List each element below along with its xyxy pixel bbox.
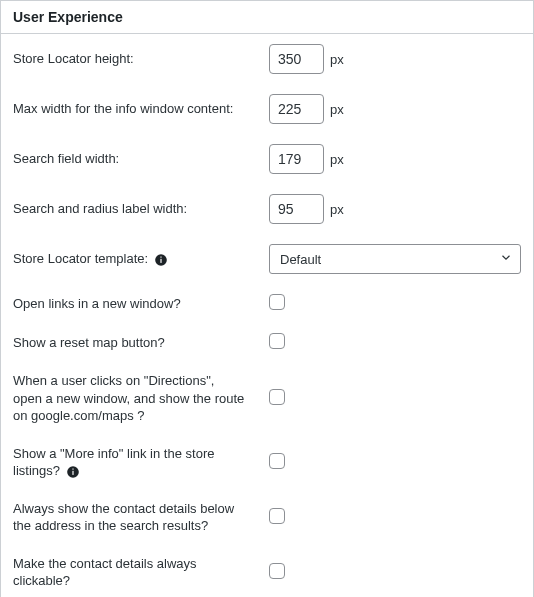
row-store-locator-height: Store Locator height: px — [1, 34, 533, 84]
row-more-info: Show a "More info" link in the store lis… — [1, 435, 533, 490]
labelwidth-unit: px — [330, 202, 344, 217]
directions-checkbox[interactable] — [269, 389, 285, 405]
label-contact-always: Always show the contact details below th… — [13, 501, 234, 534]
label-open-new-window: Open links in a new window? — [13, 296, 181, 311]
row-contact-always: Always show the contact details below th… — [1, 490, 533, 545]
searchwidth-unit: px — [330, 152, 344, 167]
row-contact-click: Make the contact details always clickabl… — [1, 545, 533, 597]
open-new-window-checkbox[interactable] — [269, 294, 285, 310]
panel-title: User Experience — [13, 9, 521, 25]
height-input-group: px — [269, 44, 521, 74]
contact-always-checkbox[interactable] — [269, 508, 285, 524]
row-directions: When a user clicks on "Directions", open… — [1, 362, 533, 435]
label-width-input[interactable] — [269, 194, 324, 224]
info-icon[interactable] — [66, 465, 80, 479]
height-unit: px — [330, 52, 344, 67]
label-directions: When a user clicks on "Directions", open… — [13, 373, 244, 423]
label-max-info-width: Max width for the info window content: — [13, 101, 233, 116]
store-locator-height-input[interactable] — [269, 44, 324, 74]
reset-map-checkbox[interactable] — [269, 333, 285, 349]
label-template: Store Locator template: — [13, 251, 148, 266]
more-info-checkbox[interactable] — [269, 453, 285, 469]
row-search-field-width: Search field width: px — [1, 134, 533, 184]
settings-table: Store Locator height: px Max width for t… — [1, 34, 533, 597]
max-info-width-input[interactable] — [269, 94, 324, 124]
row-template: Store Locator template: Default — [1, 234, 533, 284]
maxwidth-input-group: px — [269, 94, 521, 124]
searchwidth-input-group: px — [269, 144, 521, 174]
info-icon[interactable] — [154, 253, 168, 267]
svg-rect-1 — [160, 259, 161, 263]
svg-rect-2 — [160, 256, 161, 257]
row-open-new-window: Open links in a new window? — [1, 284, 533, 323]
contact-click-checkbox[interactable] — [269, 563, 285, 579]
label-search-field-width: Search field width: — [13, 151, 119, 166]
label-more-info: Show a "More info" link in the store lis… — [13, 446, 214, 479]
label-store-locator-height: Store Locator height: — [13, 51, 134, 66]
labelwidth-input-group: px — [269, 194, 521, 224]
panel-header: User Experience — [1, 1, 533, 34]
label-reset-map: Show a reset map button? — [13, 335, 165, 350]
template-select-wrap: Default — [269, 244, 521, 274]
svg-rect-4 — [72, 471, 73, 475]
label-label-width: Search and radius label width: — [13, 201, 187, 216]
search-field-width-input[interactable] — [269, 144, 324, 174]
label-contact-click: Make the contact details always clickabl… — [13, 556, 197, 589]
row-max-info-width: Max width for the info window content: p… — [1, 84, 533, 134]
row-reset-map: Show a reset map button? — [1, 323, 533, 362]
user-experience-panel: User Experience Store Locator height: px… — [0, 0, 534, 597]
svg-rect-5 — [72, 468, 73, 469]
maxwidth-unit: px — [330, 102, 344, 117]
row-label-width: Search and radius label width: px — [1, 184, 533, 234]
template-select[interactable]: Default — [269, 244, 521, 274]
